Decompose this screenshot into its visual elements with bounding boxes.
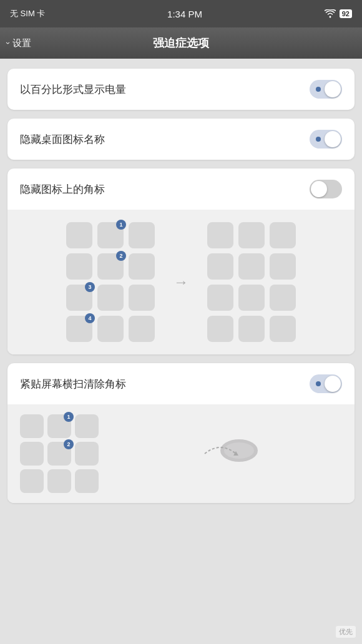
page-title: 强迫症选项 [153,36,209,51]
app-cell: 2 [97,253,124,280]
hide-badge-card: 隐藏图标上的角标 1 2 3 [7,168,355,354]
swipe-app-cell: 1 [47,414,71,438]
swipe-clear-badge-toggle[interactable] [310,374,342,393]
app-cell [129,316,155,342]
swipe-app-cell [20,442,44,466]
app-grid-before: 1 2 3 4 [66,222,155,342]
app-cell [129,253,155,280]
swipe-badge-2: 2 [64,439,74,449]
swipe-app-cell [47,469,71,493]
badge-2: 2 [116,251,126,261]
swipe-app-grid: 1 2 [20,414,99,493]
back-label: 设置 [12,37,31,49]
swipe-app-cell [75,469,99,493]
app-cell-clean [270,253,296,280]
swipe-app-cell [75,442,99,466]
status-bar: 无 SIM 卡 1:34 PM 92 [0,0,362,27]
settings-content: 以百分比形式显示电量 隐藏桌面图标名称 隐藏图标上的角标 [0,59,362,644]
hide-icon-name-toggle[interactable] [310,130,342,149]
nav-bar: ‹ 设置 强迫症选项 [0,27,362,59]
app-grid-after [207,222,296,342]
hide-icon-name-toggle-knob [325,131,341,147]
app-cell-clean [238,253,265,280]
time-label: 1:34 PM [167,9,202,19]
swipe-clear-badge-toggle-knob [325,376,341,392]
swipe-clear-badge-row: 紧贴屏幕横扫清除角标 [7,363,355,404]
swipe-clear-badge-card: 紧贴屏幕横扫清除角标 1 2 [7,363,355,503]
app-cell: 1 [97,222,124,248]
badge-1: 1 [116,220,126,230]
hide-badge-label: 隐藏图标上的角标 [20,182,105,197]
swipe-app-cell [75,414,99,438]
app-cell-clean [207,253,233,280]
back-button[interactable]: ‹ 设置 [6,37,31,49]
app-cell [97,285,124,311]
badge-illustration: 1 2 3 4 → [7,210,355,354]
battery-percent-row: 以百分比形式显示电量 [7,69,355,110]
hide-icon-name-row: 隐藏桌面图标名称 [7,119,355,160]
swipe-app-cell [20,469,44,493]
hide-badge-toggle[interactable] [310,180,342,198]
app-cell: 3 [66,285,92,311]
battery-label: 92 [340,9,352,18]
app-cell-clean [207,285,233,311]
battery-percent-toggle[interactable] [310,80,342,99]
swipe-badge-1: 1 [64,412,74,422]
watermark: 优先 [336,626,356,638]
battery-percent-label: 以百分比形式显示电量 [20,82,126,97]
svg-point-1 [224,442,254,459]
swipe-app-cell [20,414,44,438]
hide-badge-row: 隐藏图标上的角标 [7,168,355,210]
battery-percent-toggle-knob [325,81,341,97]
wifi-icon [325,9,336,18]
app-cell-clean [270,285,296,311]
back-chevron-icon: ‹ [3,42,12,44]
app-cell-clean [238,316,265,342]
arrow-icon: → [174,273,188,291]
battery-percent-card: 以百分比形式显示电量 [7,69,355,110]
swipe-illustration: 1 2 [7,404,355,503]
app-cell [66,253,92,280]
app-cell [97,316,124,342]
hide-badge-toggle-knob [311,181,327,197]
swipe-clear-badge-label: 紧贴屏幕横扫清除角标 [20,377,126,391]
carrier-label: 无 SIM 卡 [10,8,45,19]
swipe-gesture-svg [192,429,267,479]
app-cell-clean [270,316,296,342]
swipe-gesture-illustration [117,429,342,479]
app-cell-clean [238,222,265,248]
app-cell [66,222,92,248]
app-cell [129,285,155,311]
hide-icon-name-card: 隐藏桌面图标名称 [7,119,355,160]
app-cell-clean [238,285,265,311]
badge-3: 3 [85,282,95,292]
app-cell: 4 [66,316,92,342]
app-cell-clean [270,222,296,248]
hide-icon-name-label: 隐藏桌面图标名称 [20,132,105,147]
badge-4: 4 [85,313,95,323]
app-cell-clean [207,316,233,342]
swipe-app-cell: 2 [47,442,71,466]
status-indicators: 92 [325,9,352,18]
app-cell [129,222,155,248]
app-cell-clean [207,222,233,248]
